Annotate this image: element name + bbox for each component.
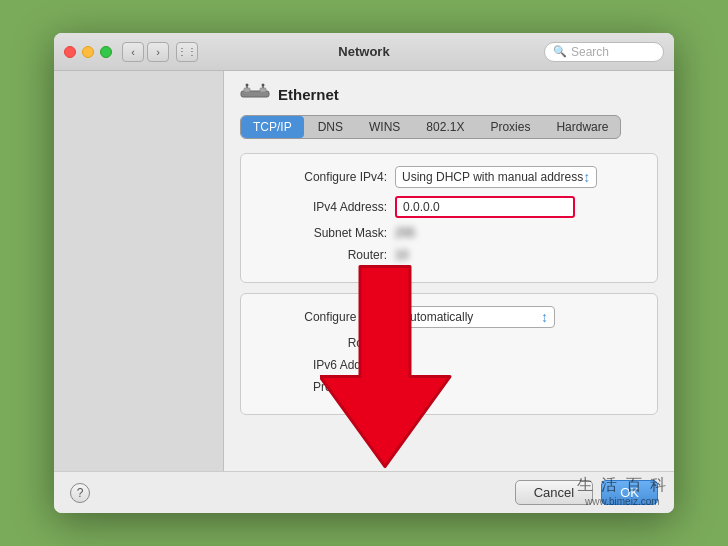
traffic-lights bbox=[64, 46, 112, 58]
watermark: 生 活 百 科 www.bimeiz.com bbox=[577, 475, 668, 507]
ethernet-title: Ethernet bbox=[278, 86, 339, 103]
nav-buttons: ‹ › ⋮⋮ bbox=[122, 42, 198, 62]
back-button[interactable]: ‹ bbox=[122, 42, 144, 62]
subnet-mask-value: 255 bbox=[395, 226, 415, 240]
router6-label: Router: bbox=[257, 336, 387, 350]
watermark-title: 生 活 百 科 bbox=[577, 475, 668, 496]
content-area: Ethernet TCP/IP DNS WINS 802.1X Proxies … bbox=[54, 71, 674, 471]
svg-point-6 bbox=[262, 84, 265, 87]
router-label: Router: bbox=[257, 248, 387, 262]
ipv6-address-label: IPv6 Address: bbox=[257, 358, 387, 372]
configure-ipv6-select[interactable]: Automatically ↕ bbox=[395, 306, 555, 328]
svg-rect-1 bbox=[244, 88, 250, 92]
ipv4-address-row: IPv4 Address: 0.0.0.0 bbox=[257, 196, 641, 218]
tab-tcpip[interactable]: TCP/IP bbox=[241, 116, 304, 138]
ipv6-address-row: IPv6 Address: bbox=[257, 358, 641, 372]
minimize-button[interactable] bbox=[82, 46, 94, 58]
router-row: Router: 10 bbox=[257, 248, 641, 262]
configure-ipv6-label: Configure IPv6: bbox=[257, 310, 387, 324]
select-arrow-icon: ↕ bbox=[583, 169, 590, 185]
tab-proxies[interactable]: Proxies bbox=[478, 116, 542, 138]
tab-dns[interactable]: DNS bbox=[306, 116, 355, 138]
router-value: 10 bbox=[395, 248, 408, 262]
subnet-mask-label: Subnet Mask: bbox=[257, 226, 387, 240]
title-bar: ‹ › ⋮⋮ Network 🔍 Search bbox=[54, 33, 674, 71]
configure-ipv4-row: Configure IPv4: Using DHCP with manual a… bbox=[257, 166, 641, 188]
configure-ipv4-select[interactable]: Using DHCP with manual address ↕ bbox=[395, 166, 597, 188]
close-button[interactable] bbox=[64, 46, 76, 58]
ethernet-header: Ethernet bbox=[240, 83, 658, 105]
ipv4-section: Configure IPv4: Using DHCP with manual a… bbox=[240, 153, 658, 283]
search-placeholder: Search bbox=[571, 45, 609, 59]
search-box[interactable]: 🔍 Search bbox=[544, 42, 664, 62]
configure-ipv6-row: Configure IPv6: Automatically ↕ bbox=[257, 306, 641, 328]
forward-button[interactable]: › bbox=[147, 42, 169, 62]
ipv6-section: Configure IPv6: Automatically ↕ Router: … bbox=[240, 293, 658, 415]
prefix-length-label: Prefix Length: bbox=[257, 380, 387, 394]
prefix-length-row: Prefix Length: bbox=[257, 380, 641, 394]
watermark-url: www.bimeiz.com bbox=[577, 496, 668, 507]
ethernet-icon bbox=[240, 83, 270, 105]
tab-bar: TCP/IP DNS WINS 802.1X Proxies Hardware bbox=[240, 115, 621, 139]
search-icon: 🔍 bbox=[553, 45, 567, 58]
configure-ipv4-label: Configure IPv4: bbox=[257, 170, 387, 184]
svg-point-5 bbox=[246, 84, 249, 87]
ipv4-address-input[interactable]: 0.0.0.0 bbox=[395, 196, 575, 218]
main-panel: Ethernet TCP/IP DNS WINS 802.1X Proxies … bbox=[224, 71, 674, 471]
ipv4-address-label: IPv4 Address: bbox=[257, 200, 387, 214]
tab-wins[interactable]: WINS bbox=[357, 116, 412, 138]
router6-row: Router: bbox=[257, 336, 641, 350]
grid-button[interactable]: ⋮⋮ bbox=[176, 42, 198, 62]
tab-hardware[interactable]: Hardware bbox=[544, 116, 620, 138]
maximize-button[interactable] bbox=[100, 46, 112, 58]
select2-arrow-icon: ↕ bbox=[541, 309, 548, 325]
sidebar bbox=[54, 71, 224, 471]
tab-8021x[interactable]: 802.1X bbox=[414, 116, 476, 138]
subnet-mask-row: Subnet Mask: 255 bbox=[257, 226, 641, 240]
svg-rect-2 bbox=[260, 88, 266, 92]
window-title: Network bbox=[338, 44, 389, 59]
help-button[interactable]: ? bbox=[70, 483, 90, 503]
network-window: ‹ › ⋮⋮ Network 🔍 Search bbox=[54, 33, 674, 513]
